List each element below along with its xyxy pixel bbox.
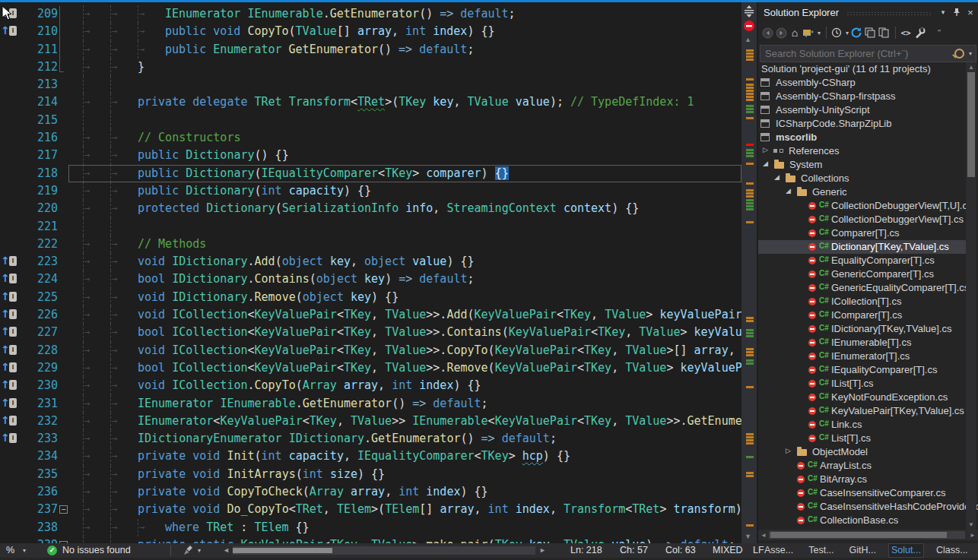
code-line[interactable]: 237−→→private void Do_CopyTo<TRet, TElem… bbox=[0, 501, 741, 518]
collapsed-chevron-icon[interactable]: ▷ bbox=[763, 146, 768, 153]
tree-item[interactable]: Solution 'project-gui' (11 of 11 project… bbox=[758, 62, 967, 76]
show-all-files-button[interactable] bbox=[878, 27, 890, 39]
switch-views-chevron-icon[interactable]: ▾ bbox=[818, 30, 821, 36]
tree-item[interactable]: C#IEnumerator[T].cs bbox=[758, 350, 967, 363]
tree-item[interactable]: C#Comparer[T].cs bbox=[758, 226, 967, 240]
tree-item[interactable]: ICSharpCode.SharpZipLib bbox=[758, 117, 967, 131]
tree-item[interactable]: C#CaseInsensitiveHashCodeProvider.cs bbox=[758, 500, 967, 514]
tree-item[interactable]: C#IList[T].cs bbox=[758, 377, 967, 391]
solution-explorer-titlebar[interactable]: Solution Explorer ▾ × bbox=[758, 2, 978, 22]
home-icon[interactable]: ⌂ bbox=[789, 27, 801, 39]
override-indicator-icon[interactable]: ↑I bbox=[0, 359, 20, 377]
panel-tab[interactable]: Class... bbox=[934, 544, 970, 557]
pin-icon[interactable] bbox=[951, 6, 963, 18]
scrollbar-thumb[interactable] bbox=[967, 72, 975, 177]
tree-item[interactable]: C#CollectionBase.cs bbox=[758, 514, 967, 527]
zoom-percent-dropdown[interactable]: % bbox=[6, 543, 14, 558]
expanded-chevron-icon[interactable]: ◢ bbox=[786, 187, 791, 195]
nav-forward-button[interactable] bbox=[775, 27, 787, 39]
editor-hscroll-thumb[interactable] bbox=[233, 548, 332, 553]
override-indicator-icon[interactable]: ↑I bbox=[0, 306, 20, 324]
override-indicator-icon[interactable]: ↑I bbox=[0, 377, 20, 394]
filter-chevron-icon[interactable]: ▾ bbox=[846, 30, 849, 36]
tree-item[interactable]: ▷ObjectModel bbox=[758, 445, 967, 459]
tree-item[interactable]: Assembly-CSharp bbox=[758, 76, 967, 90]
refresh-button[interactable] bbox=[850, 27, 862, 39]
override-indicator-icon[interactable]: ↑I bbox=[0, 342, 20, 359]
code-line[interactable]: 235→→private void InitArrays(int size) {… bbox=[0, 466, 741, 483]
tree-item[interactable]: C#ArrayList.cs bbox=[758, 459, 967, 473]
search-icon[interactable] bbox=[954, 49, 964, 59]
cursor-char-indicator[interactable]: Ch: 57 bbox=[620, 543, 648, 558]
tree-item[interactable]: C#ICollection[T].cs bbox=[758, 295, 967, 308]
tree-item[interactable]: ◢Generic bbox=[758, 185, 967, 199]
override-indicator-icon[interactable]: ↑I bbox=[0, 395, 20, 413]
override-indicator-icon[interactable]: ↑I bbox=[0, 23, 20, 40]
code-editor[interactable]: ↑I209→→→IEnumerator IEnumerable.GetEnume… bbox=[0, 2, 741, 543]
zoom-chevron-icon[interactable]: ▾ bbox=[23, 543, 26, 558]
search-input[interactable] bbox=[760, 48, 954, 59]
collapse-all-button[interactable] bbox=[864, 27, 876, 39]
code-line[interactable]: 213 bbox=[0, 76, 741, 93]
tree-item[interactable]: C#CaseInsensitiveComparer.cs bbox=[758, 486, 967, 500]
fold-margin[interactable]: − bbox=[58, 501, 68, 518]
tree-item[interactable]: C#CollectionDebuggerView[T].cs bbox=[758, 213, 967, 226]
code-line[interactable]: 234→→private void Init(int capacity, IEq… bbox=[0, 448, 741, 465]
switch-views-button[interactable] bbox=[802, 27, 814, 39]
panel-tab[interactable]: GitH... bbox=[847, 544, 878, 557]
code-line[interactable]: 215 bbox=[0, 112, 741, 129]
split-editor-handle-icon[interactable] bbox=[743, 5, 755, 21]
override-indicator-icon[interactable]: ↑I bbox=[0, 430, 20, 448]
scrollbar-thumb[interactable] bbox=[770, 532, 947, 538]
tree-item[interactable]: C#GenericComparer[T].cs bbox=[758, 267, 967, 281]
code-line[interactable]: 236→→private void CopyToCheck(Array arra… bbox=[0, 483, 741, 501]
tree-item[interactable]: C#EqualityComparer[T].cs bbox=[758, 254, 967, 267]
cleanup-chevron-icon[interactable]: ▾ bbox=[198, 543, 201, 558]
code-line[interactable]: ↑I228→→void ICollection<KeyValuePair<TKe… bbox=[0, 342, 741, 359]
pending-changes-filter-button[interactable] bbox=[830, 27, 843, 39]
scroll-down-icon[interactable]: ▼ bbox=[968, 521, 974, 528]
tree-item[interactable]: C#GenericEqualityComparer[T].cs bbox=[758, 281, 967, 295]
nav-back-button[interactable] bbox=[761, 27, 773, 39]
horizontal-scrollbar[interactable]: ◄ ► bbox=[758, 530, 978, 540]
properties-wrench-icon[interactable] bbox=[913, 27, 926, 39]
code-line[interactable]: ↑I210→→→public void CopyTo(TValue[] arra… bbox=[0, 23, 741, 40]
tree-item[interactable]: C#List[T].cs bbox=[758, 432, 967, 445]
tree-item[interactable]: Assembly-UnityScript bbox=[758, 103, 967, 117]
tree-item[interactable]: Assembly-CSharp-firstpass bbox=[758, 90, 967, 103]
panel-tab[interactable]: Test... bbox=[806, 544, 836, 557]
scroll-up-icon[interactable]: ▲ bbox=[968, 64, 974, 71]
code-line[interactable]: 217→→public Dictionary() {} bbox=[0, 147, 741, 164]
expanded-chevron-icon[interactable]: ◢ bbox=[774, 173, 780, 181]
code-line[interactable]: ↑I209→→→IEnumerator IEnumerable.GetEnume… bbox=[0, 5, 741, 23]
cursor-line-indicator[interactable]: Ln: 218 bbox=[570, 543, 602, 558]
view-code-button[interactable]: <> bbox=[900, 27, 912, 39]
fold-collapse-icon[interactable]: − bbox=[59, 505, 68, 514]
toolbar-overflow-button[interactable]: '' bbox=[933, 27, 945, 39]
hscroll-right-icon[interactable]: ► bbox=[539, 543, 546, 558]
code-line[interactable]: ↑I229→→bool ICollection<KeyValuePair<TKe… bbox=[0, 359, 741, 377]
tree-item[interactable]: C#BitArray.cs bbox=[758, 473, 967, 486]
tree-item[interactable]: C#CollectionDebuggerView[T,U].cs bbox=[758, 199, 967, 213]
code-line[interactable]: 220→→protected Dictionary(SerializationI… bbox=[0, 200, 741, 217]
vertical-scrollbar[interactable]: ▲ ▼ bbox=[966, 62, 976, 530]
scroll-right-icon[interactable]: ► bbox=[970, 532, 976, 539]
code-line[interactable]: ↑I232→→IEnumerator<KeyValuePair<TKey, TV… bbox=[0, 413, 741, 430]
override-indicator-icon[interactable]: ↑I bbox=[0, 289, 20, 306]
tree-item[interactable]: C#IEnumerable[T].cs bbox=[758, 336, 967, 350]
scroll-left-icon[interactable]: ◄ bbox=[760, 532, 767, 539]
fold-margin[interactable]: − bbox=[58, 536, 68, 543]
issues-status-text[interactable]: No issues found bbox=[62, 543, 131, 558]
override-indicator-icon[interactable]: ↑I bbox=[0, 413, 20, 430]
code-line[interactable]: 239−→→private static KeyValuePair<TKey, … bbox=[0, 536, 741, 543]
tree-item[interactable]: C#IEqualityComparer[T].cs bbox=[758, 363, 967, 377]
code-line[interactable]: 212→→} bbox=[0, 59, 741, 76]
tree-item[interactable]: C#KeyValuePair[TKey,TValue].cs bbox=[758, 404, 967, 418]
editor-scrollbar-map[interactable]: ▲ ▼ bbox=[741, 2, 757, 543]
tree-item[interactable]: C#IDictionary[TKey,TValue].cs bbox=[758, 322, 967, 336]
panel-tab[interactable]: Asse... bbox=[762, 544, 795, 557]
override-indicator-icon[interactable]: ↑I bbox=[0, 271, 20, 288]
code-line[interactable]: 214→→private delegate TRet Transform<TRe… bbox=[0, 93, 741, 111]
code-line[interactable]: ↑I231→→IEnumerator IEnumerable.GetEnumer… bbox=[0, 395, 741, 413]
code-line[interactable]: ↑I224→→bool IDictionary.Contains(object … bbox=[0, 271, 741, 288]
